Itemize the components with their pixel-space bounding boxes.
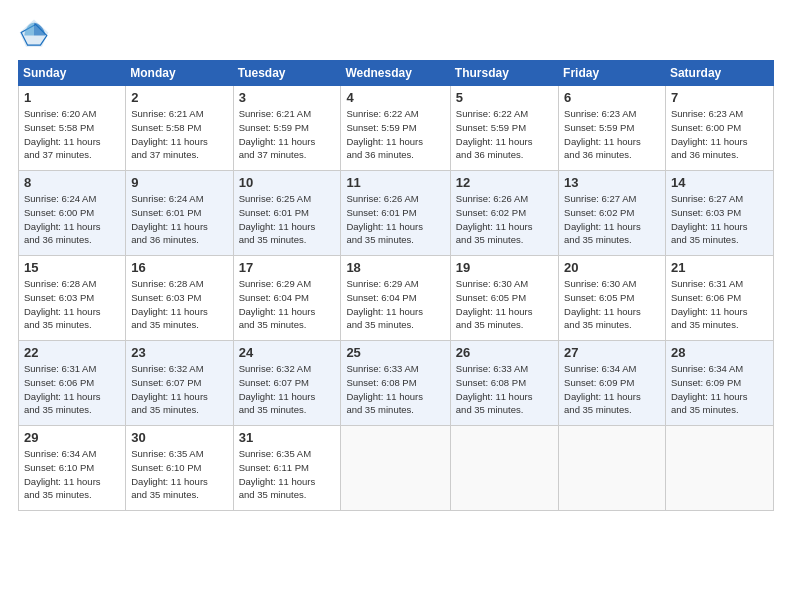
day-info: Sunrise: 6:22 AM Sunset: 5:59 PM Dayligh… bbox=[346, 107, 444, 162]
calendar-cell: 24Sunrise: 6:32 AM Sunset: 6:07 PM Dayli… bbox=[233, 341, 341, 426]
day-number: 23 bbox=[131, 345, 227, 360]
calendar-cell: 25Sunrise: 6:33 AM Sunset: 6:08 PM Dayli… bbox=[341, 341, 450, 426]
logo bbox=[18, 18, 54, 50]
day-info: Sunrise: 6:35 AM Sunset: 6:11 PM Dayligh… bbox=[239, 447, 336, 502]
calendar-week-row: 15Sunrise: 6:28 AM Sunset: 6:03 PM Dayli… bbox=[19, 256, 774, 341]
calendar-table: SundayMondayTuesdayWednesdayThursdayFrid… bbox=[18, 60, 774, 511]
day-info: Sunrise: 6:29 AM Sunset: 6:04 PM Dayligh… bbox=[239, 277, 336, 332]
calendar-cell: 15Sunrise: 6:28 AM Sunset: 6:03 PM Dayli… bbox=[19, 256, 126, 341]
header bbox=[18, 18, 774, 50]
calendar-cell: 27Sunrise: 6:34 AM Sunset: 6:09 PM Dayli… bbox=[559, 341, 666, 426]
day-info: Sunrise: 6:25 AM Sunset: 6:01 PM Dayligh… bbox=[239, 192, 336, 247]
day-info: Sunrise: 6:34 AM Sunset: 6:09 PM Dayligh… bbox=[671, 362, 768, 417]
calendar-cell: 16Sunrise: 6:28 AM Sunset: 6:03 PM Dayli… bbox=[126, 256, 233, 341]
calendar-cell: 17Sunrise: 6:29 AM Sunset: 6:04 PM Dayli… bbox=[233, 256, 341, 341]
day-info: Sunrise: 6:27 AM Sunset: 6:02 PM Dayligh… bbox=[564, 192, 660, 247]
calendar-cell: 1Sunrise: 6:20 AM Sunset: 5:58 PM Daylig… bbox=[19, 86, 126, 171]
day-info: Sunrise: 6:20 AM Sunset: 5:58 PM Dayligh… bbox=[24, 107, 120, 162]
calendar-week-row: 1Sunrise: 6:20 AM Sunset: 5:58 PM Daylig… bbox=[19, 86, 774, 171]
day-number: 4 bbox=[346, 90, 444, 105]
day-info: Sunrise: 6:28 AM Sunset: 6:03 PM Dayligh… bbox=[131, 277, 227, 332]
day-number: 12 bbox=[456, 175, 553, 190]
calendar-cell: 9Sunrise: 6:24 AM Sunset: 6:01 PM Daylig… bbox=[126, 171, 233, 256]
calendar-week-row: 8Sunrise: 6:24 AM Sunset: 6:00 PM Daylig… bbox=[19, 171, 774, 256]
day-number: 18 bbox=[346, 260, 444, 275]
day-info: Sunrise: 6:23 AM Sunset: 5:59 PM Dayligh… bbox=[564, 107, 660, 162]
weekday-header: Wednesday bbox=[341, 61, 450, 86]
day-info: Sunrise: 6:34 AM Sunset: 6:10 PM Dayligh… bbox=[24, 447, 120, 502]
day-number: 28 bbox=[671, 345, 768, 360]
day-info: Sunrise: 6:21 AM Sunset: 5:58 PM Dayligh… bbox=[131, 107, 227, 162]
calendar-cell: 10Sunrise: 6:25 AM Sunset: 6:01 PM Dayli… bbox=[233, 171, 341, 256]
day-number: 17 bbox=[239, 260, 336, 275]
day-info: Sunrise: 6:24 AM Sunset: 6:01 PM Dayligh… bbox=[131, 192, 227, 247]
page: SundayMondayTuesdayWednesdayThursdayFrid… bbox=[0, 0, 792, 612]
day-info: Sunrise: 6:26 AM Sunset: 6:02 PM Dayligh… bbox=[456, 192, 553, 247]
day-info: Sunrise: 6:30 AM Sunset: 6:05 PM Dayligh… bbox=[456, 277, 553, 332]
day-info: Sunrise: 6:30 AM Sunset: 6:05 PM Dayligh… bbox=[564, 277, 660, 332]
day-info: Sunrise: 6:32 AM Sunset: 6:07 PM Dayligh… bbox=[131, 362, 227, 417]
day-info: Sunrise: 6:26 AM Sunset: 6:01 PM Dayligh… bbox=[346, 192, 444, 247]
calendar-cell: 23Sunrise: 6:32 AM Sunset: 6:07 PM Dayli… bbox=[126, 341, 233, 426]
calendar-cell: 14Sunrise: 6:27 AM Sunset: 6:03 PM Dayli… bbox=[665, 171, 773, 256]
day-info: Sunrise: 6:33 AM Sunset: 6:08 PM Dayligh… bbox=[346, 362, 444, 417]
weekday-header: Saturday bbox=[665, 61, 773, 86]
day-number: 21 bbox=[671, 260, 768, 275]
day-info: Sunrise: 6:28 AM Sunset: 6:03 PM Dayligh… bbox=[24, 277, 120, 332]
day-number: 16 bbox=[131, 260, 227, 275]
day-number: 25 bbox=[346, 345, 444, 360]
day-number: 27 bbox=[564, 345, 660, 360]
day-number: 10 bbox=[239, 175, 336, 190]
calendar-cell bbox=[341, 426, 450, 511]
calendar-cell: 20Sunrise: 6:30 AM Sunset: 6:05 PM Dayli… bbox=[559, 256, 666, 341]
day-number: 13 bbox=[564, 175, 660, 190]
day-number: 31 bbox=[239, 430, 336, 445]
day-info: Sunrise: 6:24 AM Sunset: 6:00 PM Dayligh… bbox=[24, 192, 120, 247]
day-info: Sunrise: 6:22 AM Sunset: 5:59 PM Dayligh… bbox=[456, 107, 553, 162]
calendar-cell: 30Sunrise: 6:35 AM Sunset: 6:10 PM Dayli… bbox=[126, 426, 233, 511]
calendar-cell bbox=[665, 426, 773, 511]
logo-icon bbox=[18, 18, 50, 50]
day-number: 6 bbox=[564, 90, 660, 105]
calendar-cell: 31Sunrise: 6:35 AM Sunset: 6:11 PM Dayli… bbox=[233, 426, 341, 511]
day-info: Sunrise: 6:32 AM Sunset: 6:07 PM Dayligh… bbox=[239, 362, 336, 417]
day-number: 19 bbox=[456, 260, 553, 275]
day-number: 29 bbox=[24, 430, 120, 445]
weekday-header: Tuesday bbox=[233, 61, 341, 86]
calendar-cell: 29Sunrise: 6:34 AM Sunset: 6:10 PM Dayli… bbox=[19, 426, 126, 511]
day-number: 30 bbox=[131, 430, 227, 445]
day-number: 9 bbox=[131, 175, 227, 190]
day-number: 7 bbox=[671, 90, 768, 105]
calendar-cell: 7Sunrise: 6:23 AM Sunset: 6:00 PM Daylig… bbox=[665, 86, 773, 171]
weekday-header: Monday bbox=[126, 61, 233, 86]
calendar-cell: 8Sunrise: 6:24 AM Sunset: 6:00 PM Daylig… bbox=[19, 171, 126, 256]
calendar-cell: 26Sunrise: 6:33 AM Sunset: 6:08 PM Dayli… bbox=[450, 341, 558, 426]
day-number: 3 bbox=[239, 90, 336, 105]
day-number: 22 bbox=[24, 345, 120, 360]
calendar-cell: 22Sunrise: 6:31 AM Sunset: 6:06 PM Dayli… bbox=[19, 341, 126, 426]
day-info: Sunrise: 6:27 AM Sunset: 6:03 PM Dayligh… bbox=[671, 192, 768, 247]
day-number: 24 bbox=[239, 345, 336, 360]
calendar-cell: 13Sunrise: 6:27 AM Sunset: 6:02 PM Dayli… bbox=[559, 171, 666, 256]
day-number: 20 bbox=[564, 260, 660, 275]
day-number: 8 bbox=[24, 175, 120, 190]
calendar-cell: 19Sunrise: 6:30 AM Sunset: 6:05 PM Dayli… bbox=[450, 256, 558, 341]
calendar-cell: 18Sunrise: 6:29 AM Sunset: 6:04 PM Dayli… bbox=[341, 256, 450, 341]
calendar-cell: 21Sunrise: 6:31 AM Sunset: 6:06 PM Dayli… bbox=[665, 256, 773, 341]
weekday-header: Thursday bbox=[450, 61, 558, 86]
calendar-week-row: 29Sunrise: 6:34 AM Sunset: 6:10 PM Dayli… bbox=[19, 426, 774, 511]
day-number: 5 bbox=[456, 90, 553, 105]
day-info: Sunrise: 6:34 AM Sunset: 6:09 PM Dayligh… bbox=[564, 362, 660, 417]
day-number: 14 bbox=[671, 175, 768, 190]
calendar-cell bbox=[450, 426, 558, 511]
calendar-cell: 2Sunrise: 6:21 AM Sunset: 5:58 PM Daylig… bbox=[126, 86, 233, 171]
calendar-cell: 3Sunrise: 6:21 AM Sunset: 5:59 PM Daylig… bbox=[233, 86, 341, 171]
day-number: 15 bbox=[24, 260, 120, 275]
calendar-cell: 5Sunrise: 6:22 AM Sunset: 5:59 PM Daylig… bbox=[450, 86, 558, 171]
day-number: 1 bbox=[24, 90, 120, 105]
day-info: Sunrise: 6:33 AM Sunset: 6:08 PM Dayligh… bbox=[456, 362, 553, 417]
day-info: Sunrise: 6:23 AM Sunset: 6:00 PM Dayligh… bbox=[671, 107, 768, 162]
calendar-cell: 4Sunrise: 6:22 AM Sunset: 5:59 PM Daylig… bbox=[341, 86, 450, 171]
calendar-cell: 6Sunrise: 6:23 AM Sunset: 5:59 PM Daylig… bbox=[559, 86, 666, 171]
weekday-header: Friday bbox=[559, 61, 666, 86]
